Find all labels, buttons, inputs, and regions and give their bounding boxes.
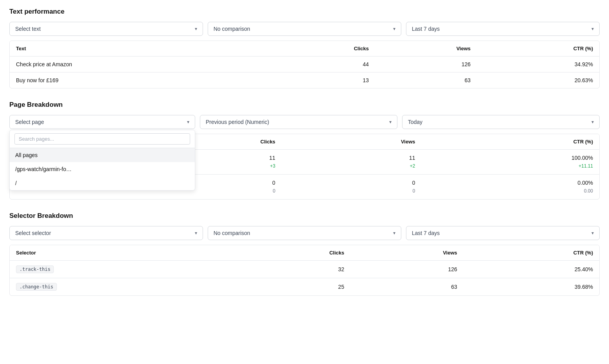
text-comparison-chevron: ▾ bbox=[393, 26, 395, 32]
page-comparison-chevron: ▾ bbox=[389, 119, 392, 125]
text-cell: Check price at Amazon bbox=[10, 57, 271, 72]
selector-col-clicks: Clicks bbox=[235, 245, 350, 261]
page-comparison-label: Previous period (Numeric) bbox=[206, 119, 269, 125]
page-comparison-dropdown[interactable]: Previous period (Numeric) ▾ bbox=[200, 115, 397, 129]
select-selector-chevron: ▾ bbox=[195, 230, 197, 236]
text-cell: Buy now for £169 bbox=[10, 72, 271, 88]
selector-breakdown-table: Selector Clicks Views CTR (%) .track-thi… bbox=[9, 245, 600, 296]
selector-comparison-label: No comparison bbox=[214, 230, 250, 236]
selector-period-chevron: ▾ bbox=[591, 230, 594, 236]
clicks-cell: 44 bbox=[271, 57, 375, 72]
clicks-cell: 13 bbox=[271, 72, 375, 88]
text-col-ctr: CTR (%) bbox=[477, 41, 599, 57]
select-page-dropdown[interactable]: Select page ▾ bbox=[9, 115, 195, 129]
selector-col-selector: Selector bbox=[10, 245, 235, 261]
select-selector-label: Select selector bbox=[15, 230, 51, 236]
text-col-text: Text bbox=[10, 41, 271, 57]
page-period-label: Today bbox=[408, 119, 422, 125]
views-cell: 00 bbox=[282, 175, 422, 200]
selector-col-views: Views bbox=[350, 245, 463, 261]
views-cell: 126 bbox=[375, 57, 477, 72]
selector-cell: .change-this bbox=[10, 278, 235, 296]
selector-period-dropdown[interactable]: Last 7 days ▾ bbox=[406, 226, 600, 240]
ctr-cell: 100.00%+11.11 bbox=[422, 150, 600, 175]
text-col-views: Views bbox=[375, 41, 477, 57]
text-period-dropdown[interactable]: Last 7 days ▾ bbox=[406, 22, 600, 36]
selector-comparison-dropdown[interactable]: No comparison ▾ bbox=[208, 226, 401, 240]
text-performance-table: Text Clicks Views CTR (%) Check price at… bbox=[9, 41, 600, 88]
views-cell: 63 bbox=[350, 278, 463, 296]
page-dropdown-option[interactable]: /gps-watch/garmin-fo… bbox=[10, 162, 195, 176]
ctr-cell: 39.68% bbox=[463, 278, 599, 296]
ctr-cell: 0.00%0.00 bbox=[422, 175, 600, 200]
select-page-chevron: ▾ bbox=[187, 119, 189, 125]
text-col-clicks: Clicks bbox=[271, 41, 375, 57]
selector-period-label: Last 7 days bbox=[412, 230, 440, 236]
ctr-cell: 20.63% bbox=[477, 72, 599, 88]
page-search-container bbox=[10, 130, 195, 148]
page-dropdown-option[interactable]: / bbox=[10, 176, 195, 190]
table-row: .change-this 25 63 39.68% bbox=[10, 278, 599, 296]
text-comparison-dropdown[interactable]: No comparison ▾ bbox=[208, 22, 401, 36]
views-cell: 11+2 bbox=[282, 150, 422, 175]
page-dropdown-option[interactable]: All pages bbox=[10, 148, 195, 162]
select-text-dropdown[interactable]: Select text ▾ bbox=[9, 22, 203, 36]
text-period-chevron: ▾ bbox=[591, 26, 594, 32]
page-period-dropdown[interactable]: Today ▾ bbox=[402, 115, 600, 129]
page-period-chevron: ▾ bbox=[591, 119, 594, 125]
page-col-views: Views bbox=[282, 134, 422, 150]
page-breakdown-title: Page Breakdown bbox=[9, 101, 600, 109]
select-page-label: Select page bbox=[15, 119, 44, 125]
table-row: Buy now for £169 13 63 20.63% bbox=[10, 72, 599, 88]
selector-breakdown-filters: Select selector ▾ No comparison ▾ Last 7… bbox=[9, 226, 600, 240]
select-page-wrapper: Select page ▾ All pages/gps-watch/garmin… bbox=[9, 115, 195, 129]
page-col-ctr: CTR (%) bbox=[422, 134, 600, 150]
clicks-cell: 25 bbox=[235, 278, 350, 296]
views-cell: 126 bbox=[350, 261, 463, 278]
ctr-cell: 25.40% bbox=[463, 261, 599, 278]
page-dropdown-popup: All pages/gps-watch/garmin-fo…/ bbox=[9, 130, 195, 191]
selector-breakdown-title: Selector Breakdown bbox=[9, 212, 600, 220]
select-text-chevron: ▾ bbox=[195, 26, 197, 32]
select-text-label: Select text bbox=[15, 26, 41, 32]
text-performance-title: Text performance bbox=[9, 8, 600, 16]
text-period-label: Last 7 days bbox=[412, 26, 440, 32]
selector-cell: .track-this bbox=[10, 261, 235, 278]
text-table-header-row: Text Clicks Views CTR (%) bbox=[10, 41, 599, 57]
page-breakdown-section: Page Breakdown Select page ▾ All pages/g… bbox=[9, 101, 600, 200]
table-row: Check price at Amazon 44 126 34.92% bbox=[10, 57, 599, 72]
clicks-cell: 32 bbox=[235, 261, 350, 278]
text-comparison-label: No comparison bbox=[214, 26, 250, 32]
selector-col-ctr: CTR (%) bbox=[463, 245, 599, 261]
ctr-cell: 34.92% bbox=[477, 57, 599, 72]
select-selector-dropdown[interactable]: Select selector ▾ bbox=[9, 226, 203, 240]
views-cell: 63 bbox=[375, 72, 477, 88]
text-performance-section: Text performance Select text ▾ No compar… bbox=[9, 8, 600, 88]
selector-table-header-row: Selector Clicks Views CTR (%) bbox=[10, 245, 599, 261]
table-row: .track-this 32 126 25.40% bbox=[10, 261, 599, 278]
selector-comparison-chevron: ▾ bbox=[393, 230, 395, 236]
page-breakdown-filters: Select page ▾ All pages/gps-watch/garmin… bbox=[9, 115, 600, 129]
selector-breakdown-section: Selector Breakdown Select selector ▾ No … bbox=[9, 212, 600, 296]
page-search-input[interactable] bbox=[14, 133, 190, 145]
text-performance-filters: Select text ▾ No comparison ▾ Last 7 day… bbox=[9, 22, 600, 36]
